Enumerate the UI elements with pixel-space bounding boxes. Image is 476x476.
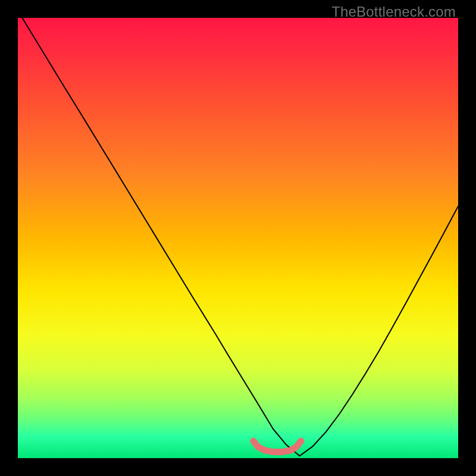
curve-layer	[18, 18, 458, 458]
highlight-segment	[253, 441, 301, 452]
chart-frame: TheBottleneck.com	[0, 0, 476, 476]
watermark-text: TheBottleneck.com	[331, 4, 456, 20]
plot-area	[18, 18, 458, 458]
curve-left-branch	[22, 18, 299, 456]
curve-right-branch	[300, 206, 458, 456]
